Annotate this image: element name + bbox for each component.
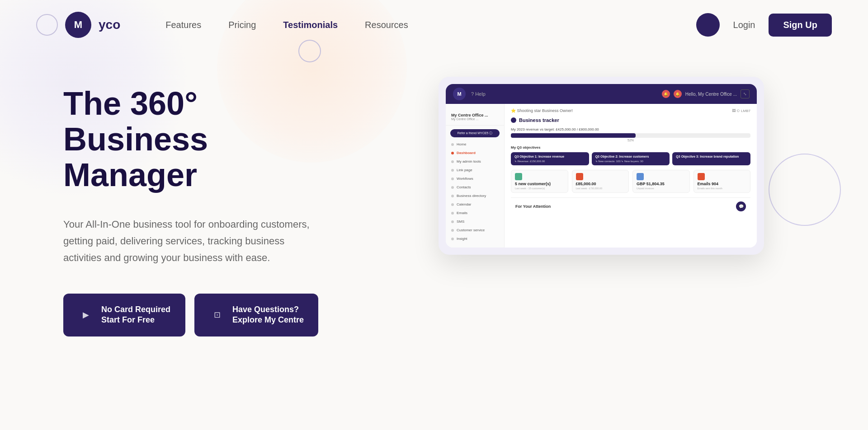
objective-card-1: Q3 Objective 1: Increase revenue ↳ Reven… <box>511 152 589 165</box>
sidebar-item-business-dir[interactable]: Business directory <box>446 192 504 200</box>
stats-row: 5 new customer(s) Last week - 15 custome… <box>511 170 750 193</box>
cta-buttons: ▶ No Card Required Start For Free ⊡ Have… <box>63 294 344 337</box>
notification-bell: 🔔 <box>662 90 670 98</box>
hero-left-column: The 360° Business Manager Your All-In-On… <box>63 68 344 337</box>
attention-label: For Your Attention <box>515 204 551 209</box>
profile-sub: My Centre Office ... <box>451 117 499 121</box>
sidebar-dot <box>451 143 454 146</box>
login-link[interactable]: Login <box>733 20 755 30</box>
dashboard-sidebar: My Centre Office ... My Centre Office ..… <box>446 104 505 248</box>
dashboard-greeting: Hello, My Centre Office ... <box>685 92 737 97</box>
cta-secondary-line1: Have Questions? <box>232 305 299 314</box>
dashboard-inner: M ? Help 🔔 🔔 Hello, My Centre Office ...… <box>446 84 757 248</box>
refer-button[interactable]: Refer a friend MYCE5 ⓘ <box>450 129 500 137</box>
section-title-text: Business tracker <box>519 117 559 123</box>
sidebar-item-admin[interactable]: My admin tools <box>446 157 504 166</box>
sidebar-profile: My Centre Office ... My Centre Office ..… <box>446 108 504 126</box>
navigation: M yco Features Pricing Testimonials Reso… <box>0 0 868 50</box>
play-icon: ▶ <box>78 307 94 323</box>
logo-area: M yco <box>36 12 120 38</box>
nav-links: Features Pricing Testimonials Resources <box>165 20 696 30</box>
signup-button[interactable]: Sign Up <box>769 14 832 37</box>
invoices-sub: Unpaid invoices <box>637 187 686 190</box>
nav-testimonials[interactable]: Testimonials <box>283 20 338 30</box>
sidebar-label-calendar: Calendar <box>457 202 471 206</box>
main-content: The 360° Business Manager Your All-In-On… <box>0 50 868 364</box>
revenue-icon <box>576 173 583 180</box>
logo-text: yco <box>99 18 120 32</box>
customers-value: 5 new customer(s) <box>515 182 564 186</box>
progress-bar-background <box>511 133 750 138</box>
progress-bar-fill <box>511 133 636 138</box>
sidebar-label-bizdir: Business directory <box>457 194 486 198</box>
cta-explore-text: Have Questions? Explore My Centre <box>232 304 304 326</box>
revenue-value: £85,000.00 <box>576 182 625 186</box>
attention-icon: 💬 <box>736 201 746 211</box>
sidebar-label-home: Home <box>457 142 466 146</box>
cta-primary-line2: Start For Free <box>101 315 155 324</box>
logo-badge: M <box>65 12 91 38</box>
section-title: Business tracker <box>511 117 750 123</box>
sidebar-item-contacts[interactable]: Contacts <box>446 183 504 192</box>
dashboard-greeting-bar: ⭐ Shooting star Business Owner! 🖼 ⏲ LMB7 <box>511 108 750 113</box>
sidebar-dot <box>451 220 454 223</box>
sidebar-item-home[interactable]: Home <box>446 140 504 149</box>
sidebar-item-dashboard[interactable]: Dashboard <box>446 149 504 157</box>
sidebar-dot <box>451 186 454 189</box>
sidebar-label-workflows: Workflows <box>457 177 473 181</box>
cta-explore-button[interactable]: ⊡ Have Questions? Explore My Centre <box>194 294 318 337</box>
hero-title: The 360° Business Manager <box>63 86 344 193</box>
sidebar-label-link: Link page <box>457 168 472 172</box>
sidebar-item-emails[interactable]: Emails <box>446 209 504 217</box>
progress-percentage: 52% <box>511 139 750 142</box>
logo-circle-decoration <box>36 14 58 36</box>
sidebar-item-calendar[interactable]: Calendar <box>446 200 504 209</box>
dashboard-preview: M ? Help 🔔 🔔 Hello, My Centre Office ...… <box>371 68 832 255</box>
obj-title-1: Q3 Objective 1: Increase revenue <box>514 155 585 158</box>
obj-title-3: Q3 Objective 3: Increase brand reputatio… <box>676 155 747 158</box>
sidebar-label-admin: My admin tools <box>457 159 481 164</box>
sidebar-dot <box>451 178 454 180</box>
obj-val-1: ↳ Revenue: £150,000.00 <box>514 159 585 163</box>
greeting-text: ⭐ Shooting star Business Owner! <box>511 108 573 113</box>
nav-resources[interactable]: Resources <box>365 20 408 30</box>
expand-icon: ⤡ <box>741 89 750 98</box>
stat-card-emails: Emails 904 Emails sent this month <box>693 170 751 193</box>
dashboard-help: ? Help <box>471 91 486 97</box>
dashboard-logo: M <box>453 88 466 100</box>
sidebar-dot-active <box>451 152 454 154</box>
customers-sub: Last week - 15 customer(s) <box>515 187 564 190</box>
sidebar-item-linkpage[interactable]: Link page <box>446 166 504 174</box>
objective-card-2: Q3 Objective 2: Increase customers ↳ New… <box>592 152 670 165</box>
emails-value: Emails 904 <box>698 182 747 186</box>
sidebar-item-customer-service[interactable]: Customer service <box>446 226 504 234</box>
tracker-label: My 2023 revenue vs target: £425,000.00 /… <box>511 127 750 131</box>
sidebar-label-cs: Customer service <box>457 228 485 232</box>
sidebar-dot <box>451 229 454 232</box>
revenue-sub: Last week - £ 50,000.00 <box>576 187 625 190</box>
cta-start-free-button[interactable]: ▶ No Card Required Start For Free <box>63 294 185 337</box>
stat-card-revenue: £85,000.00 Last week - £ 50,000.00 <box>572 170 629 193</box>
logo-letter: M <box>74 19 82 31</box>
sidebar-item-sms[interactable]: SMS <box>446 217 504 226</box>
objectives-title: My Q3 objectives <box>511 145 750 150</box>
cta-secondary-line2: Explore My Centre <box>232 315 304 324</box>
nav-features[interactable]: Features <box>165 20 201 30</box>
sidebar-label-sms: SMS <box>457 220 464 224</box>
dashboard-frame: M ? Help 🔔 🔔 Hello, My Centre Office ...… <box>439 77 764 255</box>
sidebar-dot <box>451 203 454 206</box>
invoices-value: GBP 51,804.35 <box>637 182 686 186</box>
sidebar-dot <box>451 160 454 163</box>
sidebar-dot <box>451 238 454 240</box>
emails-sub: Emails sent this month <box>698 187 747 190</box>
attention-bar: For Your Attention 💬 <box>511 197 750 215</box>
sidebar-label-insight: Insight <box>457 237 467 241</box>
dashboard-topbar-right: 🔔 🔔 Hello, My Centre Office ... ⤡ <box>662 89 750 98</box>
sidebar-item-workflows[interactable]: Workflows <box>446 174 504 183</box>
obj-title-2: Q3 Objective 2: Increase customers <box>595 155 666 158</box>
hero-description: Your All-In-One business tool for onboar… <box>63 216 316 266</box>
sidebar-item-insight[interactable]: Insight <box>446 234 504 243</box>
stat-card-invoices: GBP 51,804.35 Unpaid invoices <box>632 170 690 193</box>
dashboard-body: My Centre Office ... My Centre Office ..… <box>446 104 757 248</box>
nav-pricing[interactable]: Pricing <box>228 20 256 30</box>
